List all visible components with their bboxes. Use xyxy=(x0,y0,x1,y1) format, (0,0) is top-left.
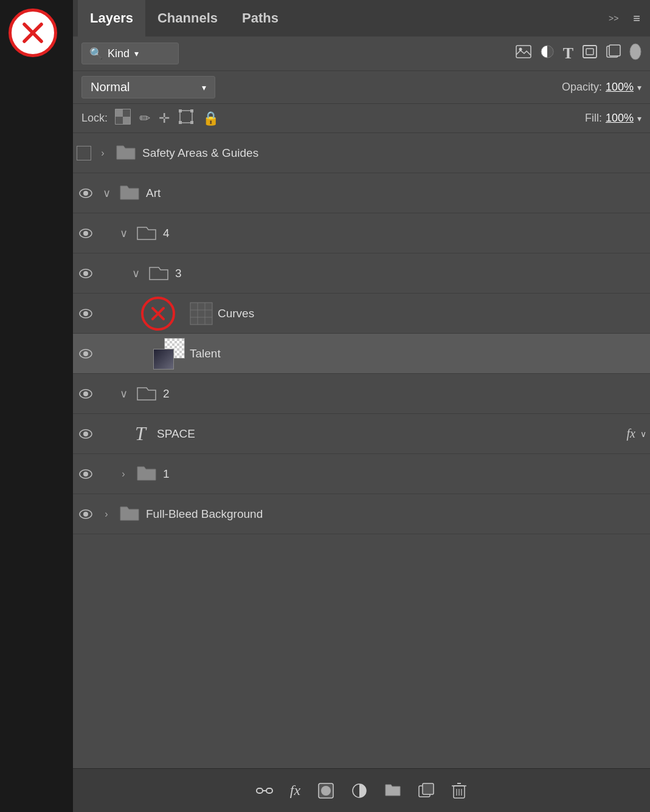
layer-visibility-eye[interactable] xyxy=(77,469,95,479)
link-layers-button[interactable] xyxy=(256,784,273,797)
layer-name: Art xyxy=(146,187,646,200)
delete-layer-button[interactable] xyxy=(451,782,467,799)
folder-icon xyxy=(118,184,141,203)
svg-point-9 xyxy=(630,44,641,60)
layer-visibility-checkbox[interactable] xyxy=(77,146,91,160)
layer-row[interactable]: ∨ Art xyxy=(73,173,650,213)
layer-row[interactable]: › Safety Areas & Guides xyxy=(73,133,650,173)
layer-row[interactable]: › Full-Bleed Background xyxy=(73,494,650,534)
text-filter-icon[interactable]: T xyxy=(563,44,573,63)
shape-filter-icon[interactable] xyxy=(582,44,598,63)
bottom-toolbar: fx xyxy=(73,768,650,812)
layer-name: 2 xyxy=(163,387,646,401)
tab-layers[interactable]: Layers xyxy=(78,0,145,36)
layer-name: Full-Bleed Background xyxy=(146,507,646,521)
svg-rect-19 xyxy=(190,121,193,124)
blend-mode-dropdown[interactable]: Normal ▾ xyxy=(81,76,215,98)
svg-rect-16 xyxy=(179,109,182,112)
layer-row[interactable]: T SPACE fx ∨ xyxy=(73,414,650,454)
opacity-control: Opacity: 100% ▾ xyxy=(562,81,641,94)
folder-icon xyxy=(135,224,158,243)
layer-expand-arrow[interactable]: › xyxy=(100,509,113,520)
svg-point-36 xyxy=(83,351,88,356)
svg-rect-12 xyxy=(123,117,130,124)
layer-visibility-eye[interactable] xyxy=(77,188,95,198)
layer-name: Curves xyxy=(218,307,646,320)
fx-expand-icon[interactable]: ∨ xyxy=(640,429,646,439)
layers-list: › Safety Areas & Guides ∨ Art ∨ xyxy=(73,133,650,768)
create-group-button[interactable] xyxy=(384,783,401,798)
layer-thumbnail xyxy=(153,338,185,370)
x-icon xyxy=(18,18,47,47)
add-adjustment-button[interactable] xyxy=(351,783,367,799)
svg-point-21 xyxy=(83,191,88,196)
layer-visibility-eye[interactable] xyxy=(77,229,95,238)
lock-transparency-button[interactable] xyxy=(115,109,131,128)
lock-position-button[interactable]: ✛ xyxy=(159,111,170,126)
layer-visibility-eye[interactable] xyxy=(77,429,95,439)
svg-rect-45 xyxy=(257,788,263,793)
svg-point-38 xyxy=(83,391,88,396)
svg-rect-13 xyxy=(123,109,130,117)
svg-point-44 xyxy=(83,512,88,517)
lock-icons: ✏ ✛ 🔒 xyxy=(115,109,219,128)
svg-rect-11 xyxy=(116,109,123,117)
lock-image-button[interactable]: ✏ xyxy=(139,111,150,126)
fill-value[interactable]: 100% xyxy=(606,112,634,125)
layer-visibility-eye[interactable] xyxy=(77,309,95,318)
create-layer-button[interactable] xyxy=(418,783,434,799)
layer-visibility-eye[interactable] xyxy=(77,389,95,399)
layer-row[interactable]: ∨ 4 xyxy=(73,213,650,253)
red-x-icon xyxy=(148,303,168,324)
svg-rect-14 xyxy=(116,117,123,124)
add-layer-style-button[interactable]: fx xyxy=(290,782,300,799)
layer-name: 3 xyxy=(175,267,646,280)
layer-row[interactable]: ∨ 2 xyxy=(73,374,650,414)
svg-point-49 xyxy=(321,786,331,796)
svg-rect-46 xyxy=(266,788,272,793)
layer-name: Talent xyxy=(190,347,646,360)
blend-mode-row: Normal ▾ Opacity: 100% ▾ xyxy=(73,71,650,104)
layer-row[interactable]: Curves xyxy=(73,294,650,334)
filter-toolbar: 🔍 Kind ▾ T xyxy=(73,36,650,71)
image-filter-icon[interactable] xyxy=(516,45,531,62)
layer-visibility-eye[interactable] xyxy=(77,509,95,519)
pixel-filter-icon[interactable] xyxy=(629,43,641,64)
layer-row[interactable]: › 1 xyxy=(73,454,650,494)
layer-expand-arrow[interactable]: ∨ xyxy=(129,267,142,280)
curves-thumbnail xyxy=(190,302,213,325)
panel-menu-button[interactable]: ≡ xyxy=(628,7,645,30)
svg-rect-2 xyxy=(516,46,531,58)
svg-point-25 xyxy=(83,271,88,276)
adjustment-filter-icon[interactable] xyxy=(540,44,555,63)
layers-panel: Layers Channels Paths >> ≡ 🔍 Kind ▾ xyxy=(73,0,650,812)
svg-point-23 xyxy=(83,231,88,236)
smart-object-filter-icon[interactable] xyxy=(606,44,621,63)
layer-visibility-eye[interactable] xyxy=(77,349,95,359)
add-mask-button[interactable] xyxy=(317,782,334,799)
tab-paths[interactable]: Paths xyxy=(230,0,291,36)
layer-name: 4 xyxy=(163,227,646,240)
layer-expand-arrow[interactable]: ∨ xyxy=(100,187,113,200)
opacity-value[interactable]: 100% xyxy=(606,81,634,94)
tab-channels[interactable]: Channels xyxy=(145,0,230,36)
svg-point-27 xyxy=(83,311,88,316)
layer-row[interactable]: Talent xyxy=(73,334,650,374)
layer-expand-arrow[interactable]: › xyxy=(117,469,130,480)
folder-icon xyxy=(118,504,141,524)
tab-bar: Layers Channels Paths >> ≡ xyxy=(73,0,650,36)
lock-artboard-button[interactable] xyxy=(178,109,194,128)
layer-visibility-eye[interactable] xyxy=(77,269,95,278)
lock-all-button[interactable]: 🔒 xyxy=(202,111,219,126)
layer-expand-arrow[interactable]: ∨ xyxy=(117,387,130,401)
layer-expand-arrow[interactable]: ∨ xyxy=(117,227,130,240)
folder-icon xyxy=(135,464,158,484)
layer-expand-arrow[interactable]: › xyxy=(96,148,109,159)
folder-icon xyxy=(114,143,137,163)
error-badge xyxy=(9,9,57,57)
kind-dropdown[interactable]: 🔍 Kind ▾ xyxy=(81,43,179,64)
svg-rect-8 xyxy=(609,45,620,56)
layers-empty-space xyxy=(73,534,650,571)
svg-point-42 xyxy=(83,472,88,477)
layer-row[interactable]: ∨ 3 xyxy=(73,253,650,294)
